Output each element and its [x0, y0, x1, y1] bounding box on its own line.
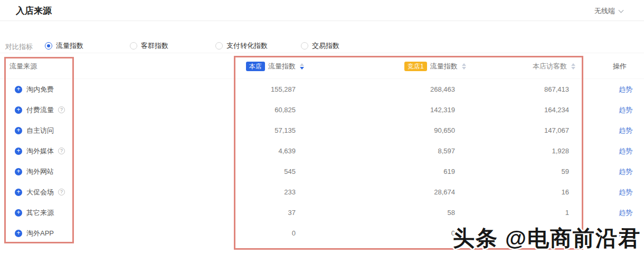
own-index-value: 545 — [79, 168, 296, 175]
own-index-value: 37 — [79, 209, 296, 217]
compare-metric-label: 对比指标 — [5, 42, 33, 52]
radio-icon — [215, 42, 223, 50]
source-cell: 其它来源 — [0, 208, 79, 218]
visitors-value: 16 — [455, 188, 569, 196]
device-filter-label: 无线端 — [594, 6, 615, 16]
table-row: 淘外媒体 4,639 8,597 1,928 趋势 — [0, 141, 644, 161]
watermark-text: 头条 @电商前沿君 — [453, 224, 641, 253]
expand-plus-icon[interactable] — [15, 127, 22, 134]
rival-index-column-label: 流量指数 — [430, 62, 458, 71]
action-cell: 趋势 — [569, 126, 644, 135]
trend-link[interactable]: 趋势 — [619, 126, 632, 134]
sort-icon[interactable] — [300, 63, 304, 70]
chevron-down-icon — [619, 7, 624, 13]
rival-index-value: 58 — [296, 209, 455, 217]
radio-label: 支付转化指数 — [226, 41, 268, 51]
compare-metric-radio[interactable]: 流量指数 — [45, 41, 83, 51]
expand-plus-icon[interactable] — [15, 148, 22, 155]
source-label: 淘外网站 — [26, 167, 54, 176]
table-row: 其它来源 37 58 1 趋势 — [0, 202, 644, 223]
source-cell: 付费流量 — [0, 105, 79, 115]
table-body: 淘内免费 155,287 268,463 867,413 趋势 付费流量 60,… — [0, 79, 644, 243]
own-index-column-label: 流量指数 — [268, 62, 296, 71]
source-cell: 淘内免费 — [0, 85, 79, 94]
radio-label: 客群指数 — [141, 41, 168, 51]
expand-plus-icon[interactable] — [15, 106, 22, 114]
trend-link[interactable]: 趋势 — [619, 168, 632, 175]
source-label: 自主访问 — [26, 126, 54, 135]
rival-index-value: 142,319 — [296, 106, 455, 114]
source-column-label: 流量来源 — [10, 62, 37, 71]
expand-plus-icon[interactable] — [15, 189, 22, 196]
action-cell: 趋势 — [569, 208, 644, 218]
source-cell: 淘外网站 — [0, 167, 79, 176]
source-label: 淘外APP — [26, 229, 54, 238]
expand-plus-icon[interactable] — [15, 86, 22, 93]
action-cell: 趋势 — [569, 146, 644, 156]
column-header-source: 流量来源 — [10, 53, 37, 79]
source-label: 其它来源 — [26, 208, 54, 218]
sort-icon[interactable] — [462, 63, 466, 70]
source-label: 淘内免费 — [26, 85, 54, 94]
radio-icon — [130, 42, 137, 50]
compare-metric-radio[interactable]: 客群指数 — [130, 41, 168, 51]
own-index-value: 60,825 — [79, 106, 296, 114]
trend-link[interactable]: 趋势 — [619, 106, 632, 114]
own-shop-badge: 本店 — [246, 62, 265, 71]
table-row: 自主访问 57,135 90,650 147,067 趋势 — [0, 120, 644, 141]
visitors-value: 867,413 — [455, 85, 569, 93]
help-icon[interactable] — [58, 148, 65, 154]
compare-metric-radio[interactable]: 支付转化指数 — [215, 41, 268, 51]
expand-plus-icon[interactable] — [15, 209, 22, 217]
compare-metric-radio[interactable]: 交易指数 — [301, 41, 339, 51]
table-row: 大促会场 233 28,674 16 趋势 — [0, 182, 644, 202]
column-header-own-index: 本店 流量指数 — [246, 53, 304, 79]
radio-icon — [301, 42, 308, 50]
visitors-value: 147,067 — [455, 126, 569, 134]
own-index-value: 0 — [79, 229, 296, 237]
trend-link[interactable]: 趋势 — [619, 209, 632, 217]
expand-plus-icon[interactable] — [15, 168, 22, 175]
source-cell: 淘外APP — [0, 229, 79, 238]
trend-link[interactable]: 趋势 — [619, 188, 632, 196]
rival-index-value: 268,463 — [296, 85, 455, 93]
own-index-value: 4,639 — [79, 147, 296, 155]
rival-index-value: 90,650 — [296, 126, 455, 134]
visitors-value: 1,928 — [455, 147, 569, 155]
trend-link[interactable]: 趋势 — [619, 147, 632, 155]
rival-index-value: 28,674 — [296, 188, 455, 196]
column-header-rival-index: 竞店1 流量指数 — [404, 53, 466, 79]
visitors-value: 164,234 — [455, 106, 569, 114]
own-index-value: 233 — [79, 188, 296, 196]
column-header-action: 操作 — [613, 53, 627, 79]
sort-icon[interactable] — [571, 63, 575, 70]
source-label: 大促会场 — [26, 188, 54, 197]
radio-label: 交易指数 — [312, 41, 339, 51]
visitors-value: 59 — [455, 168, 569, 175]
device-filter-dropdown[interactable]: 无线端 — [594, 6, 623, 16]
source-label: 付费流量 — [26, 105, 54, 115]
rival-index-value: 619 — [296, 168, 455, 175]
compare-metric-row: 对比指标 流量指数 客群指数 支付转化指数 交易指数 — [0, 40, 644, 53]
action-cell: 趋势 — [569, 167, 644, 176]
action-column-label: 操作 — [613, 62, 627, 71]
visitors-value: 1 — [455, 209, 569, 217]
rival-index-value: 0 — [296, 229, 455, 237]
own-index-value: 57,135 — [79, 126, 296, 134]
source-label: 淘外媒体 — [26, 146, 54, 156]
help-icon[interactable] — [58, 106, 65, 113]
rival-shop-badge: 竞店1 — [404, 62, 427, 71]
rival-index-value: 8,597 — [296, 147, 455, 155]
help-icon[interactable] — [58, 189, 65, 195]
radio-icon — [45, 42, 52, 50]
source-cell: 自主访问 — [0, 126, 79, 135]
action-cell: 趋势 — [569, 188, 644, 197]
expand-plus-icon[interactable] — [15, 230, 22, 237]
source-cell: 大促会场 — [0, 188, 79, 197]
table-row: 付费流量 60,825 142,319 164,234 趋势 — [0, 100, 644, 120]
page-header: 入店来源 无线端 — [0, 0, 644, 21]
table-row: 淘内免费 155,287 268,463 867,413 趋势 — [0, 79, 644, 100]
radio-label: 流量指数 — [56, 41, 83, 51]
page-title: 入店来源 — [16, 5, 52, 17]
trend-link[interactable]: 趋势 — [619, 85, 632, 93]
